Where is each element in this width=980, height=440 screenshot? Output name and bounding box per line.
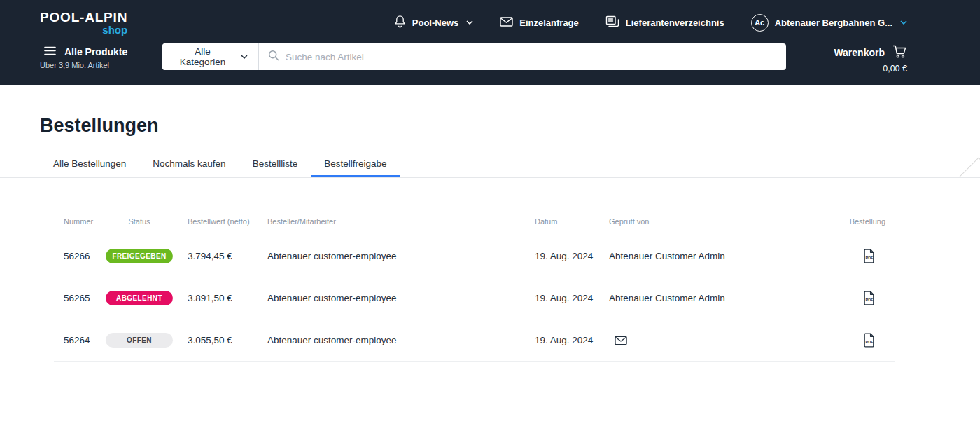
order-date: 19. Aug. 2024	[535, 293, 609, 303]
nav-einzelanfrage-label: Einzelanfrage	[519, 18, 579, 28]
order-pdf-button[interactable]: PDF	[863, 291, 876, 305]
orders-table-body: 56266 FREIGEGEBEN 3.794,45 € Abtenauer c…	[54, 235, 895, 361]
envelope-icon	[500, 17, 513, 29]
chevron-down-icon	[466, 20, 473, 25]
logo-shop-text: shop	[40, 25, 127, 35]
order-date: 19. Aug. 2024	[535, 251, 609, 261]
order-status-cell: FREIGEGEBEN	[106, 249, 188, 263]
nav-lieferantenverzeichnis-label: Lieferantenverzeichnis	[626, 18, 724, 28]
order-document-cell: PDF	[844, 249, 895, 263]
chevron-down-icon	[241, 55, 248, 59]
tab-alle-bestellungen[interactable]: Alle Bestellungen	[40, 151, 139, 177]
approved-by-cell: Abtenauer Customer Admin	[609, 251, 844, 261]
svg-text:PDF: PDF	[865, 340, 874, 344]
cart-button[interactable]: Warenkorb 0,00 €	[834, 45, 907, 74]
status-badge: FREIGEGEBEN	[106, 249, 173, 263]
column-header-geprueft-von: Geprüft von	[609, 217, 844, 226]
order-value: 3.055,50 €	[188, 335, 267, 345]
send-reminder-button[interactable]	[609, 336, 627, 345]
tab-bestellfreigabe[interactable]: Bestellfreigabe	[311, 151, 400, 177]
account-menu[interactable]: Ac Abtenauer Bergbahnen G...	[751, 14, 907, 32]
logo[interactable]: POOL-ALPIN shop	[40, 11, 127, 35]
column-header-nummer: Nummer	[54, 217, 106, 226]
category-dropdown-label: Alle Kategorien	[173, 46, 232, 67]
logo-text: POOL-ALPIN	[40, 11, 127, 24]
avatar: Ac	[751, 14, 769, 32]
order-number: 56265	[54, 293, 106, 303]
order-employee: Abtenauer customer-employee	[267, 251, 535, 261]
main-content: Bestellungen Alle BestellungenNochmals k…	[0, 115, 980, 362]
tab-bestellliste[interactable]: Bestellliste	[239, 151, 312, 177]
table-row: 56264 OFFEN 3.055,50 € Abtenauer custome…	[54, 319, 895, 361]
tabs: Alle BestellungenNochmals kaufenBestelll…	[0, 151, 980, 178]
order-value: 3.891,50 €	[188, 293, 267, 303]
nav-pool-news-label: Pool-News	[412, 18, 458, 28]
nav-pool-news[interactable]: Pool-News	[394, 15, 473, 30]
status-badge: OFFEN	[106, 333, 173, 348]
order-employee: Abtenauer customer-employee	[267, 335, 535, 345]
approved-by-cell	[609, 336, 844, 345]
category-dropdown[interactable]: Alle Kategorien	[162, 43, 259, 70]
order-document-cell: PDF	[844, 333, 895, 348]
cart-icon	[892, 45, 907, 60]
all-products-label: Alle Produkte	[64, 46, 127, 57]
account-name-label: Abtenauer Bergbahnen G...	[775, 18, 892, 28]
directory-icon	[606, 15, 620, 30]
order-pdf-button[interactable]: PDF	[863, 249, 876, 263]
order-employee: Abtenauer customer-employee	[267, 293, 535, 303]
order-number: 56264	[54, 335, 106, 345]
status-badge: ABGELEHNT	[106, 291, 173, 305]
top-nav: Pool-News Einzelanfrage Lieferantenverze…	[394, 14, 907, 32]
order-status-cell: OFFEN	[106, 333, 188, 348]
chevron-down-icon	[900, 20, 907, 25]
decorative-triangle	[955, 157, 980, 178]
order-number: 56266	[54, 251, 106, 261]
column-header-status: Status	[106, 217, 188, 226]
svg-text:PDF: PDF	[865, 256, 874, 260]
site-header: POOL-ALPIN shop Pool-News Einzelanfrage	[0, 0, 980, 85]
tab-nochmals-kaufen[interactable]: Nochmals kaufen	[139, 151, 239, 177]
column-header-besteller: Besteller/Mitarbeiter	[267, 217, 535, 226]
cart-total: 0,00 €	[883, 64, 907, 74]
nav-einzelanfrage[interactable]: Einzelanfrage	[500, 17, 579, 29]
order-document-cell: PDF	[844, 291, 895, 305]
order-status-cell: ABGELEHNT	[106, 291, 188, 305]
order-pdf-button[interactable]: PDF	[863, 333, 876, 348]
approved-by-cell: Abtenauer Customer Admin	[609, 293, 844, 303]
bell-icon	[394, 15, 406, 30]
order-date: 19. Aug. 2024	[535, 335, 609, 345]
nav-lieferantenverzeichnis[interactable]: Lieferantenverzeichnis	[606, 15, 724, 30]
table-row: 56266 FREIGEGEBEN 3.794,45 € Abtenauer c…	[54, 235, 895, 277]
approved-by-label: Abtenauer Customer Admin	[609, 251, 725, 261]
orders-table: Nummer Status Bestellwert (netto) Bestel…	[54, 217, 895, 362]
cart-label: Warenkorb	[834, 47, 885, 58]
order-value: 3.794,45 €	[188, 251, 267, 261]
svg-text:PDF: PDF	[865, 298, 874, 302]
approved-by-label: Abtenauer Customer Admin	[609, 293, 725, 303]
search-icon	[268, 50, 279, 64]
table-row: 56265 ABGELEHNT 3.891,50 € Abtenauer cus…	[54, 277, 895, 319]
all-products-menu[interactable]: Alle Produkte Über 3,9 Mio. Artikel	[40, 43, 162, 69]
search-bar: Alle Kategorien	[162, 43, 786, 70]
search-input[interactable]	[286, 52, 777, 62]
column-header-bestellung: Bestellung	[844, 217, 895, 226]
column-header-datum: Datum	[535, 217, 609, 226]
orders-table-header: Nummer Status Bestellwert (netto) Bestel…	[54, 217, 895, 235]
column-header-bestellwert: Bestellwert (netto)	[188, 217, 267, 226]
page-title: Bestellungen	[40, 115, 980, 137]
hamburger-icon	[44, 46, 56, 58]
all-products-subtitle: Über 3,9 Mio. Artikel	[40, 61, 162, 69]
